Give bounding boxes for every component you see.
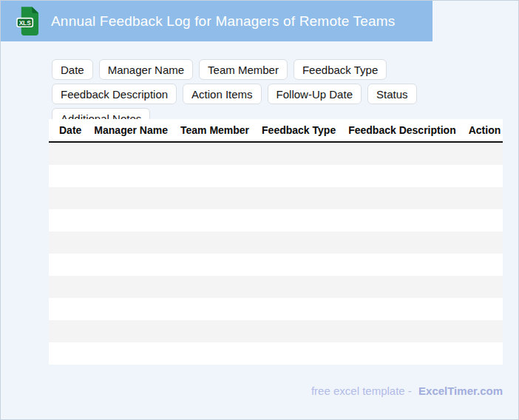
xls-icon-label: XLS xyxy=(19,20,32,27)
table-row xyxy=(49,320,503,342)
chip-action-items[interactable]: Action Items xyxy=(183,84,262,104)
table-row xyxy=(49,298,503,320)
column-header-team-member: Team Member xyxy=(180,124,249,136)
chip-manager-name[interactable]: Manager Name xyxy=(99,59,193,80)
page-title: Annual Feedback Log for Managers of Remo… xyxy=(51,13,396,30)
chip-date[interactable]: Date xyxy=(52,59,93,80)
xls-file-icon: XLS xyxy=(16,6,39,36)
footer-credit: free excel template - ExcelTimer.com xyxy=(311,385,503,397)
chip-status[interactable]: Status xyxy=(367,84,417,104)
chip-follow-up-date[interactable]: Follow-Up Date xyxy=(268,84,362,104)
table-row xyxy=(49,187,503,209)
table-row xyxy=(49,254,503,276)
footer-credit-text: free excel template - xyxy=(311,385,412,397)
spreadsheet-preview-table: Date Manager Name Team Member Feedback T… xyxy=(49,119,503,365)
chip-feedback-description[interactable]: Feedback Description xyxy=(52,84,177,104)
table-row xyxy=(49,342,503,365)
column-header-feedback-description: Feedback Description xyxy=(348,124,456,136)
column-header-feedback-type: Feedback Type xyxy=(262,124,336,136)
table-row xyxy=(49,231,503,254)
table-row xyxy=(49,209,503,231)
column-header-date: Date xyxy=(59,124,81,136)
table-row xyxy=(49,276,503,298)
table-header-row: Date Manager Name Team Member Feedback T… xyxy=(49,119,503,143)
header-bar: XLS Annual Feedback Log for Managers of … xyxy=(1,1,432,41)
table-row xyxy=(49,143,503,165)
column-header-action-items: Action Items xyxy=(469,124,503,136)
chip-team-member[interactable]: Team Member xyxy=(199,59,288,80)
template-preview-page: XLS Annual Feedback Log for Managers of … xyxy=(0,0,519,420)
footer-brand-link[interactable]: ExcelTimer.com xyxy=(418,385,503,397)
column-chip-list: Date Manager Name Team Member Feedback T… xyxy=(52,59,504,129)
column-header-manager-name: Manager Name xyxy=(94,124,168,136)
table-row xyxy=(49,165,503,187)
chip-feedback-type[interactable]: Feedback Type xyxy=(294,59,387,80)
